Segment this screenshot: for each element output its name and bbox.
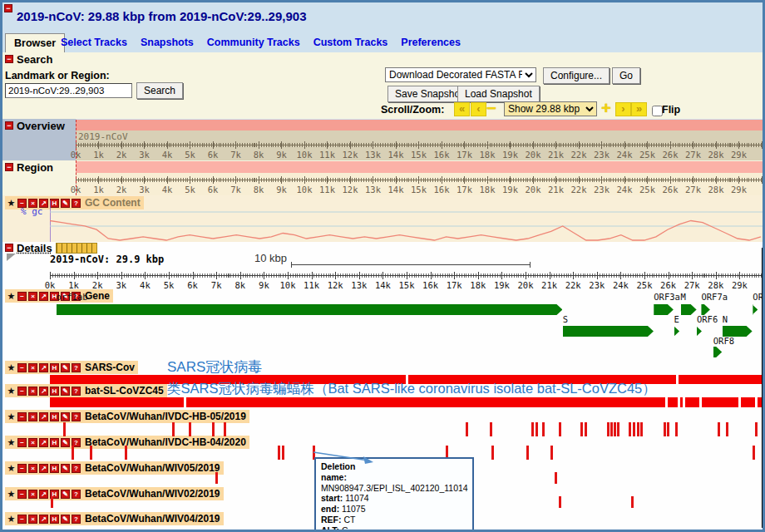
tab-preferences[interactable]: Preferences xyxy=(401,37,461,48)
ruler-tool-button[interactable] xyxy=(56,243,97,254)
load-snapshot-button[interactable]: Load Snapshot xyxy=(457,86,540,102)
close-track-icon[interactable]: × xyxy=(28,515,37,524)
zoom-out-button[interactable]: − xyxy=(486,102,496,114)
help-track-icon[interactable]: ? xyxy=(72,490,81,499)
help-track-icon[interactable]: ? xyxy=(72,387,81,396)
highlight-track-icon[interactable]: H xyxy=(50,464,59,473)
scroll-far-left-button[interactable]: « xyxy=(454,102,470,116)
collapse-track-icon[interactable]: − xyxy=(17,387,27,396)
favorite-star-icon[interactable]: ★ xyxy=(7,515,16,524)
close-track-icon[interactable]: × xyxy=(28,412,37,421)
show-span-select[interactable]: Show 29.88 kbp xyxy=(504,101,597,116)
landmark-input[interactable] xyxy=(5,83,132,98)
configure-track-icon[interactable]: ✎ xyxy=(61,490,70,499)
gene-glyph-orf1ab[interactable] xyxy=(57,304,563,315)
favorite-star-icon[interactable]: ★ xyxy=(7,464,16,473)
collapse-region-icon[interactable]: − xyxy=(5,163,13,171)
favorite-star-icon[interactable]: ★ xyxy=(7,387,16,396)
variant-tick[interactable] xyxy=(633,422,635,436)
collapse-track-icon[interactable]: − xyxy=(17,292,27,301)
configure-button[interactable]: Configure... xyxy=(543,67,610,84)
close-track-icon[interactable]: × xyxy=(28,464,37,473)
favorite-star-icon[interactable]: ★ xyxy=(7,199,16,208)
go-button[interactable]: Go xyxy=(612,67,640,84)
variant-tick[interactable] xyxy=(72,446,74,460)
variant-tick[interactable] xyxy=(224,422,226,436)
configure-track-icon[interactable]: ✎ xyxy=(61,464,70,473)
close-track-icon[interactable]: × xyxy=(28,292,37,301)
variant-tick[interactable] xyxy=(559,496,561,508)
help-track-icon[interactable]: ? xyxy=(72,412,81,421)
variant-tick[interactable] xyxy=(667,422,669,436)
configure-track-icon[interactable]: ✎ xyxy=(61,363,70,372)
configure-track-icon[interactable]: ✎ xyxy=(61,412,70,421)
track-header-wiv04[interactable]: ★−×↗H✎? BetaCoV/Wuhan/WIV04/2019 xyxy=(5,512,224,525)
zoom-in-button[interactable]: + xyxy=(601,102,611,114)
variant-tick[interactable] xyxy=(555,472,557,484)
alignment-match-bar[interactable] xyxy=(50,397,762,407)
variant-tick[interactable] xyxy=(631,496,634,508)
collapse-track-icon[interactable]: − xyxy=(17,363,27,372)
collapse-details-icon[interactable]: − xyxy=(5,244,13,252)
gene-glyph-s[interactable] xyxy=(563,326,654,337)
variant-tick[interactable] xyxy=(212,422,215,436)
collapse-overview-icon[interactable]: − xyxy=(5,121,13,130)
variant-tick[interactable] xyxy=(189,422,191,436)
track-header-sars-cov[interactable]: ★−×↗H✎? SARS-Cov xyxy=(5,361,138,374)
collapse-track-icon[interactable]: − xyxy=(17,438,27,447)
track-header-wiv02[interactable]: ★−×↗H✎? BetaCoV/Wuhan/WIV02/2019 xyxy=(5,487,224,500)
close-track-icon[interactable]: × xyxy=(28,490,37,499)
variant-tick[interactable] xyxy=(617,422,619,436)
collapse-track-icon[interactable]: − xyxy=(17,412,27,421)
variant-tick[interactable] xyxy=(664,422,666,436)
collapse-search-icon[interactable]: − xyxy=(5,55,13,63)
variant-tick[interactable] xyxy=(490,422,492,436)
variant-tick[interactable] xyxy=(718,422,720,436)
variant-tick[interactable] xyxy=(536,422,538,436)
variant-tick[interactable] xyxy=(755,422,758,436)
favorite-star-icon[interactable]: ★ xyxy=(7,292,16,301)
collapse-page-icon[interactable]: − xyxy=(4,4,12,12)
variant-tick[interactable] xyxy=(607,422,610,436)
help-track-icon[interactable]: ? xyxy=(72,515,81,524)
share-track-icon[interactable]: ↗ xyxy=(39,363,48,372)
share-track-icon[interactable]: ↗ xyxy=(39,438,48,447)
variant-tick[interactable] xyxy=(278,446,280,460)
configure-track-icon[interactable]: ✎ xyxy=(61,387,70,396)
gene-glyph-n[interactable] xyxy=(723,326,753,337)
variant-tick[interactable] xyxy=(640,422,643,436)
variant-tick[interactable] xyxy=(542,422,545,436)
variant-tick[interactable] xyxy=(629,422,631,436)
close-track-icon[interactable]: × xyxy=(28,363,37,372)
tab-custom-tracks[interactable]: Custom Tracks xyxy=(313,37,388,48)
variant-tick[interactable] xyxy=(63,422,66,436)
variant-tick[interactable] xyxy=(580,422,583,436)
variant-tick[interactable] xyxy=(610,422,613,436)
variant-tick[interactable] xyxy=(614,422,616,436)
variant-tick[interactable] xyxy=(172,422,175,436)
track-header-wiv05[interactable]: ★−×↗H✎? BetaCoV/Wuhan/WIV05/2019 xyxy=(5,461,224,475)
variant-tick[interactable] xyxy=(753,446,755,460)
variant-tick[interactable] xyxy=(585,422,587,436)
share-track-icon[interactable]: ↗ xyxy=(39,292,48,301)
help-track-icon[interactable]: ? xyxy=(72,363,81,372)
highlight-track-icon[interactable]: H xyxy=(50,387,59,396)
track-header-ivdc-hb-05[interactable]: ★−×↗H✎? BetaCoV/Wuhan/IVDC-HB-05/2019 xyxy=(5,410,249,423)
tab-select-tracks[interactable]: Select Tracks xyxy=(61,37,127,48)
region-selection-bar[interactable] xyxy=(76,161,765,173)
track-header-bat-sl-covzc45[interactable]: ★−×↗H✎? bat-SL-CoVZC45 xyxy=(5,384,167,397)
download-select[interactable]: Download Decorated FASTA File xyxy=(385,67,536,82)
variant-tick[interactable] xyxy=(531,422,534,436)
highlight-track-icon[interactable]: H xyxy=(50,515,59,524)
share-track-icon[interactable]: ↗ xyxy=(39,464,48,473)
variant-tick[interactable] xyxy=(466,422,468,436)
scroll-right-button[interactable]: › xyxy=(615,102,631,116)
favorite-star-icon[interactable]: ★ xyxy=(7,490,16,499)
details-collapse-arrow[interactable] xyxy=(7,254,16,261)
highlight-track-icon[interactable]: H xyxy=(50,438,59,447)
variant-tick[interactable] xyxy=(282,446,284,460)
variant-tick[interactable] xyxy=(559,422,561,436)
variant-tick[interactable] xyxy=(90,446,92,460)
favorite-star-icon[interactable]: ★ xyxy=(7,363,16,372)
tab-snapshots[interactable]: Snapshots xyxy=(141,37,194,48)
